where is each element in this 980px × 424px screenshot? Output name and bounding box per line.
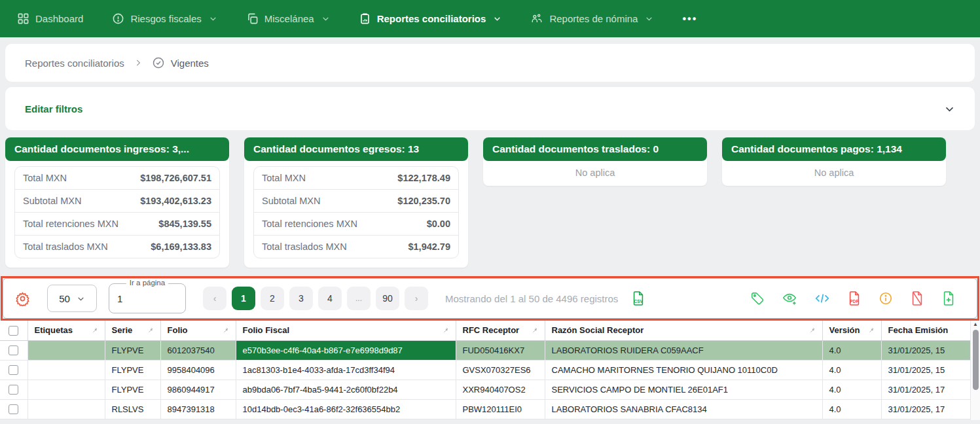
pin-icon [867, 327, 875, 334]
pdf-icon[interactable]: PDF [847, 291, 862, 306]
svg-text:CSV: CSV [634, 299, 644, 304]
cell-rfc: FUD050416KX7 [456, 340, 545, 360]
col-etiquetas[interactable]: Etiquetas [27, 321, 105, 340]
cell-rfc: XXR940407OS2 [456, 380, 545, 399]
table-row[interactable]: RLSLVS 8947391318 10d14bdb-0ec3-41a6-86f… [0, 399, 980, 419]
card-totals-table: Total MXN $122,178.49 Subtotal MXN $120,… [253, 166, 459, 258]
cell-folio-fiscal[interactable]: 1ac81303-b1e4-4033-afda-17cd3ff34f94 [236, 360, 456, 380]
table-row[interactable]: FLYPVE 6012037540 e570b3ee-c4f6-40a4-b86… [0, 340, 980, 360]
eye-add-icon[interactable] [782, 291, 797, 306]
nav-item-riesgos-fiscales[interactable]: Riesgos fiscales [112, 12, 217, 25]
breadcrumb: Reportes conciliatorios Vigentes [5, 44, 975, 82]
goto-page-field[interactable]: Ir a página [109, 283, 186, 313]
edit-filters-title[interactable]: Editar filtros [25, 103, 82, 115]
table-header-row: Etiquetas Serie Folio Folio Fiscal RFC R… [0, 321, 980, 340]
table-row[interactable]: FLYPVE 9860944917 ab9bda06-7bf7-4ba5-944… [0, 380, 980, 399]
col-serie[interactable]: Serie [105, 321, 160, 340]
nav-label: Dashboard [35, 13, 83, 24]
nav-item-reportes-conciliatorios[interactable]: Reportes conciliatorios [359, 12, 502, 25]
row-checkbox[interactable] [9, 385, 18, 395]
cell-etiquetas [27, 380, 105, 399]
nav-label: Riesgos fiscales [130, 13, 201, 24]
check-circle-icon [152, 56, 165, 69]
card-total-row: Subtotal MXN $193,402,613.23 [15, 190, 219, 213]
cell-folio: 9958404096 [160, 360, 236, 380]
scroll-up-arrow-icon[interactable]: ▲ [971, 321, 980, 328]
card-total-row: Total retenciones MXN $0.00 [254, 213, 458, 236]
page-button-90[interactable]: 90 [376, 287, 399, 310]
cell-folio-fiscal[interactable]: 10d14bdb-0ec3-41a6-86f2-32f636554bb2 [236, 399, 456, 419]
nav-more-button[interactable]: ••• [682, 13, 697, 25]
pin-icon [808, 327, 816, 334]
col-fecha-emision[interactable]: Fecha Emisión [881, 321, 980, 340]
alert-circle-icon [112, 12, 124, 25]
cell-serie: RLSLVS [105, 399, 160, 419]
cell-razon-social: LABORATORIOS SANABRIA CFAC8134 [545, 399, 822, 419]
goto-page-input[interactable] [117, 293, 177, 304]
nav-label: Miscelánea [264, 13, 314, 24]
summary-cards: Cantidad documentos ingresos: 3,... Tota… [5, 137, 975, 268]
row-checkbox[interactable] [9, 345, 18, 355]
pin-icon [530, 327, 538, 334]
chevron-down-icon [645, 14, 653, 23]
nav-item-reportes-nomina[interactable]: Reportes de nómina [530, 12, 653, 25]
pin-icon [221, 327, 229, 334]
info-icon[interactable] [879, 291, 893, 306]
chevron-down-icon [321, 14, 330, 23]
pagination: ‹ 1 2 3 4 ... 90 › [203, 287, 428, 310]
card-egresos: Cantidad documentos egresos: 13 Total MX… [244, 137, 468, 268]
row-checkbox[interactable] [9, 365, 18, 375]
scrollbar-thumb[interactable] [973, 330, 979, 390]
card-total-row: Total MXN $122,178.49 [254, 167, 458, 190]
page-size-select[interactable]: 50 [47, 285, 97, 312]
cell-serie: FLYPVE [105, 340, 160, 360]
cell-fecha-emision: 31/01/2025, 17 [881, 380, 980, 399]
cell-version: 4.0 [822, 380, 881, 399]
chevron-down-icon [493, 14, 501, 23]
nav-item-miscelanea[interactable]: Miscelánea [246, 12, 330, 25]
page-button-2[interactable]: 2 [261, 287, 284, 310]
cell-folio: 9860944917 [160, 380, 236, 399]
col-folio[interactable]: Folio [160, 321, 236, 340]
nav-label: Reportes de nómina [549, 13, 638, 24]
page-button-4[interactable]: 4 [318, 287, 342, 310]
cell-version: 4.0 [822, 340, 881, 360]
page-ellipsis[interactable]: ... [347, 287, 371, 310]
cell-version: 4.0 [822, 399, 881, 419]
nav-item-dashboard[interactable]: Dashboard [17, 12, 83, 25]
settings-gear-icon[interactable] [15, 291, 30, 306]
file-cancel-icon[interactable] [910, 291, 924, 306]
clipboard-icon [359, 12, 371, 25]
col-version[interactable]: Versión [822, 321, 881, 340]
breadcrumb-separator-icon [134, 58, 143, 67]
select-all-checkbox[interactable] [9, 326, 18, 336]
cell-razon-social: LABORATORIOS RUIDERA C059AACF [545, 340, 822, 360]
next-page-button[interactable]: › [405, 287, 428, 310]
row-checkbox[interactable] [9, 404, 18, 414]
prev-page-button[interactable]: ‹ [203, 287, 227, 310]
cell-folio-fiscal[interactable]: e570b3ee-c4f6-40a4-b867-e7e6998d9d87 [236, 340, 456, 360]
file-add-icon[interactable] [941, 291, 956, 306]
chevron-down-icon [209, 14, 217, 23]
card-title: Cantidad documentos traslados: 0 [483, 137, 707, 161]
filters-panel[interactable]: Editar filtros [5, 87, 975, 130]
col-razon-social[interactable]: Razón Social Receptor [545, 321, 822, 340]
page-button-1[interactable]: 1 [232, 287, 255, 310]
table-row[interactable]: FLYPVE 9958404096 1ac81303-b1e4-4033-afd… [0, 360, 980, 380]
breadcrumb-parent[interactable]: Reportes conciliatorios [25, 58, 124, 69]
cell-fecha-emision: 31/01/2025, 17 [881, 399, 980, 419]
chevron-down-icon[interactable] [944, 103, 955, 115]
csv-export-icon[interactable]: CSV [631, 291, 645, 306]
page-button-3[interactable]: 3 [289, 287, 313, 310]
cell-rfc: GVSX070327ES6 [456, 360, 545, 380]
card-traslados: Cantidad documentos traslados: 0 No apli… [483, 137, 707, 186]
col-folio-fiscal[interactable]: Folio Fiscal [236, 321, 456, 340]
code-icon[interactable] [814, 291, 830, 306]
cell-etiquetas [27, 340, 105, 360]
col-rfc-receptor[interactable]: RFC Receptor [456, 321, 545, 340]
table-scrollbar[interactable]: ▲ [970, 321, 980, 420]
tag-icon[interactable] [750, 291, 765, 306]
dashboard-grid-icon [17, 12, 29, 25]
cell-folio-fiscal[interactable]: ab9bda06-7bf7-4ba5-9441-2c60f0bf22b4 [236, 380, 456, 399]
cell-serie: FLYPVE [105, 360, 160, 380]
